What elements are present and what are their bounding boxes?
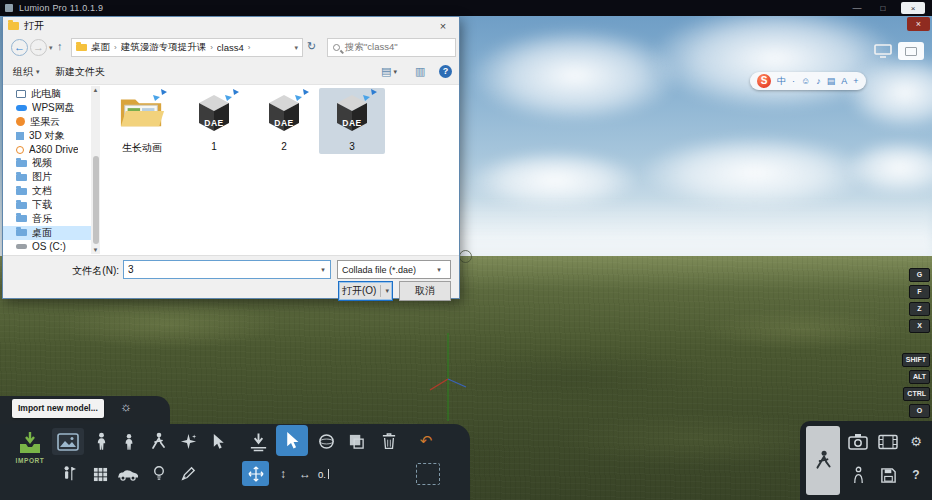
import-model-button[interactable] — [12, 430, 48, 456]
nature-person-button[interactable] — [90, 428, 112, 455]
sidebar-item-videos[interactable]: 视频 — [3, 156, 91, 170]
rotate-heading-button[interactable]: ↔ — [295, 462, 315, 486]
sidebar-item-3d-objects[interactable]: 3D 对象 — [3, 129, 91, 143]
offset-value-field[interactable]: 0. — [318, 464, 346, 484]
weather-sun-icon[interactable]: ☼ — [120, 400, 132, 414]
file-item-dae-3-selected[interactable]: DAE 3 — [319, 88, 385, 154]
preview-pane-icon: ▥ — [415, 65, 425, 78]
move-xy-button[interactable] — [242, 461, 269, 486]
sphere-context-button[interactable] — [314, 429, 338, 454]
annotation-pen-button[interactable] — [176, 461, 200, 487]
scrollbar-thumb[interactable] — [93, 156, 99, 244]
cancel-button[interactable]: 取消 — [399, 281, 451, 301]
sidebar-scrollbar[interactable]: ▲ ▼ — [91, 86, 100, 254]
save-button[interactable] — [875, 461, 901, 489]
sidebar-item-os-c[interactable]: OS (C:) — [3, 240, 91, 254]
file-item-dae-1[interactable]: DAE 1 — [181, 88, 247, 154]
file-item-dae-2[interactable]: DAE 2 — [251, 88, 317, 154]
sidebar-item-documents[interactable]: 文档 — [3, 184, 91, 198]
movie-mode-button[interactable] — [875, 429, 901, 454]
help-button[interactable]: ? — [904, 461, 928, 489]
ime-toolbox-icon[interactable]: + — [853, 73, 858, 89]
sidebar-item-downloads[interactable]: 下载 — [3, 198, 91, 212]
flag-person-button[interactable] — [54, 461, 82, 487]
new-folder-button[interactable]: 新建文件夹 — [55, 65, 105, 79]
ime-skin-icon[interactable]: A — [841, 73, 847, 89]
recent-locations-dropdown[interactable]: ▾ — [49, 44, 53, 52]
sidebar-item-this-pc[interactable]: 此电脑 — [3, 87, 91, 101]
mass-placement-button[interactable] — [88, 462, 112, 486]
videos-folder-icon — [16, 160, 27, 167]
ime-emoji-icon[interactable]: ☺ — [801, 73, 810, 89]
address-dropdown-icon[interactable]: ▾ — [294, 44, 298, 52]
open-file-dialog: 打开 × ← → ▾ ↑ 桌面 › 建筑漫游专项提升课 › class4 › ▾… — [2, 16, 460, 299]
model-library-button[interactable] — [52, 428, 84, 455]
breadcrumb-class4[interactable]: class4 — [217, 42, 244, 53]
sidebar-item-wps-cloud[interactable]: WPS网盘 — [3, 101, 91, 115]
trash-button[interactable] — [377, 428, 401, 454]
move-object-tool-selected[interactable] — [276, 425, 308, 456]
close-button[interactable]: × — [901, 2, 925, 14]
breadcrumb-course-folder[interactable]: 建筑漫游专项提升课 — [121, 41, 207, 54]
build-mode-button[interactable] — [806, 426, 840, 495]
filetype-value: Collada file (*.dae) — [342, 265, 416, 275]
view-mode-button[interactable]: ▤ ▾ — [381, 65, 397, 78]
file-item-folder[interactable]: 生长动画 — [109, 88, 175, 154]
filetype-combobox[interactable]: Collada file (*.dae) ▾ — [337, 260, 451, 279]
ime-lang-icon[interactable]: 中 — [777, 73, 786, 89]
ime-keyboard-icon[interactable]: ▤ — [827, 73, 836, 89]
select-tool-button[interactable] — [206, 428, 230, 455]
breadcrumb-separator: › — [248, 43, 251, 52]
minimize-button[interactable]: — — [848, 1, 866, 15]
maximize-button[interactable]: □ — [874, 1, 892, 15]
light-button[interactable] — [148, 461, 170, 487]
sogou-logo-icon[interactable]: S — [757, 74, 771, 88]
ime-punct-icon[interactable]: · — [792, 73, 795, 89]
dialog-close-button[interactable]: × — [427, 17, 459, 35]
photo-mode-button[interactable] — [845, 429, 871, 454]
panorama-person-button[interactable] — [845, 461, 871, 489]
sidebar-item-a360-drive[interactable]: A360 Drive — [3, 143, 91, 157]
organize-button[interactable]: 组织 ▾ — [13, 65, 40, 79]
preview-pane-button[interactable]: ▥ — [415, 65, 425, 78]
command-bar: 组织 ▾ 新建文件夹 ▤ ▾ ▥ ? — [3, 61, 459, 84]
scroll-down-icon[interactable]: ▼ — [91, 247, 100, 253]
undo-button[interactable]: ↶ — [414, 428, 438, 454]
place-object-button[interactable] — [244, 428, 272, 455]
help-icon[interactable]: ? — [439, 65, 452, 78]
sidebar-item-music[interactable]: 音乐 — [3, 212, 91, 226]
marquee-select-button[interactable] — [416, 463, 440, 485]
move-vertical-button[interactable]: ↕ — [273, 462, 293, 486]
refresh-button[interactable]: ↻ — [307, 40, 316, 53]
dialog-titlebar[interactable]: 打开 — [3, 17, 459, 35]
scroll-up-icon[interactable]: ▲ — [91, 87, 100, 93]
filename-dropdown-icon[interactable]: ▾ — [316, 266, 330, 274]
capture-tool[interactable] — [898, 42, 924, 60]
layer-button[interactable] — [344, 429, 368, 454]
sidebar-item-nutcloud[interactable]: 坚果云 — [3, 115, 91, 129]
settings-gear-button[interactable]: ⚙ — [904, 429, 928, 454]
breadcrumb-desktop[interactable]: 桌面 — [91, 41, 110, 54]
lumion-exit-button[interactable]: × — [907, 17, 930, 31]
key-hint-z: Z — [909, 302, 930, 316]
up-button[interactable]: ↑ — [57, 40, 63, 52]
sidebar-item-desktop[interactable]: 桌面 — [3, 226, 91, 240]
search-box[interactable]: 搜索"class4" — [327, 38, 456, 57]
address-bar[interactable]: 桌面 › 建筑漫游专项提升课 › class4 › ▾ — [71, 38, 303, 57]
screen-share-icon[interactable] — [874, 44, 892, 58]
back-button[interactable]: ← — [11, 39, 28, 56]
people-button[interactable] — [118, 428, 140, 455]
effects-button[interactable] — [176, 428, 200, 455]
vehicle-button[interactable] — [114, 463, 142, 485]
placement-gizmo — [424, 333, 472, 425]
cube-icon — [16, 132, 24, 140]
filename-combobox[interactable]: ▾ — [123, 260, 331, 279]
ime-mic-icon[interactable]: ♪ — [816, 73, 821, 89]
key-hint-alt: ALT — [909, 370, 930, 384]
filename-input[interactable] — [124, 264, 316, 275]
sidebar-item-pictures[interactable]: 图片 — [3, 170, 91, 184]
open-dropdown-icon[interactable]: ▾ — [385, 287, 389, 295]
walking-person-button[interactable] — [146, 428, 170, 455]
forward-button[interactable]: → — [30, 39, 47, 56]
open-button[interactable]: 打开(O) ▾ — [338, 281, 393, 301]
